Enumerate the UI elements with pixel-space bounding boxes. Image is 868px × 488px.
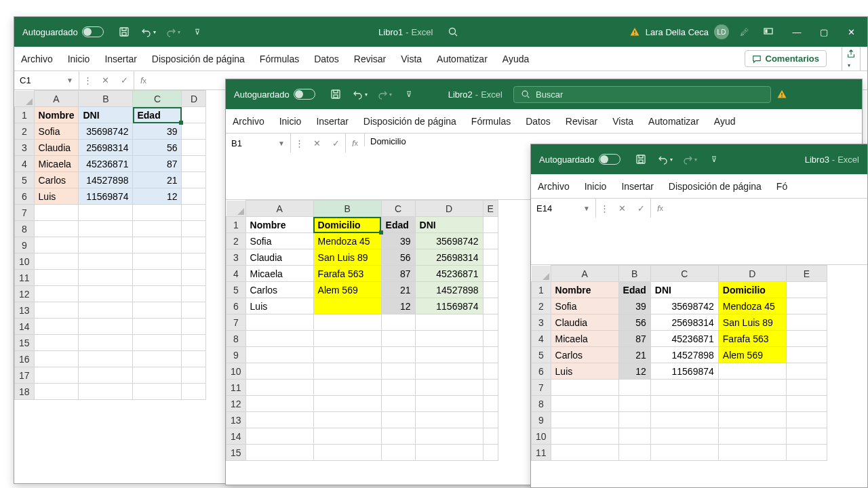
save-icon[interactable] [326,85,345,104]
cell[interactable] [79,302,133,319]
save-icon[interactable] [631,150,650,169]
cell[interactable]: San Luis 89 [313,249,381,266]
cell[interactable] [245,380,313,396]
undo-icon[interactable]: ▾ [656,150,675,169]
cell[interactable] [483,282,498,298]
cell[interactable] [133,335,182,351]
cell[interactable] [34,367,79,384]
row-header[interactable]: 4 [532,331,551,347]
cell[interactable] [133,286,182,302]
row-header[interactable]: 8 [226,331,246,347]
cell[interactable] [415,428,483,445]
row-header[interactable]: 3 [15,140,35,156]
cell[interactable]: 35698742 [650,298,718,314]
fx-cancel-button[interactable]: ✕ [96,71,115,89]
redo-icon[interactable]: ▾ [163,22,182,41]
cell[interactable] [381,396,415,412]
row-header[interactable]: 14 [226,428,246,445]
tab-ayuda[interactable]: Ayuda [502,54,529,64]
cell[interactable] [650,412,718,428]
row-header[interactable]: 13 [226,412,246,428]
cell[interactable]: Alem 569 [718,347,786,363]
row-header[interactable]: 5 [532,347,551,363]
tab-layout[interactable]: Disposición de página [363,116,456,127]
tab-archivo[interactable]: Archivo [233,116,264,127]
cell[interactable] [618,428,650,445]
search-input[interactable]: Buscar [513,86,771,103]
qat-menu-icon[interactable]: ⊽ [705,150,724,169]
tab-datos[interactable]: Datos [314,54,339,64]
tab-ayuda[interactable]: Ayud [714,116,736,127]
cell[interactable] [34,286,79,302]
spreadsheet-grid[interactable]: ABCD1NombreDNIEdad2Sofia35698742393Claud… [14,90,206,400]
cell[interactable]: Claudia [34,140,79,156]
cell[interactable]: 25698314 [415,249,483,266]
cell[interactable]: 35698742 [79,123,133,140]
cell[interactable] [245,396,313,412]
fx-ok-button[interactable]: ✓ [631,199,650,218]
cell[interactable]: Luis [551,363,618,380]
cell[interactable] [650,445,718,461]
fx-ok-button[interactable]: ✓ [115,71,134,89]
cell[interactable] [34,237,79,253]
row-header[interactable]: 10 [532,428,551,445]
col-header[interactable]: B [79,91,133,107]
cell[interactable] [551,380,618,396]
cell[interactable]: 56 [133,140,182,156]
cell[interactable] [34,335,79,351]
row-header[interactable]: 4 [226,266,246,282]
row-header[interactable]: 7 [532,380,551,396]
row-header[interactable]: 8 [532,396,551,412]
col-header[interactable]: A [34,91,79,107]
cell[interactable] [618,396,650,412]
cell[interactable] [650,428,718,445]
row-header[interactable]: 6 [226,298,246,314]
row-header[interactable]: 9 [15,237,35,253]
row-header[interactable]: 4 [15,156,35,172]
cell[interactable]: 21 [133,172,182,188]
cell[interactable] [133,205,182,221]
fx-ok-button[interactable]: ✓ [326,134,345,152]
cell[interactable] [182,384,206,400]
cell[interactable] [245,331,313,347]
col-header[interactable]: B [313,201,381,217]
cell[interactable] [313,331,381,347]
cell[interactable]: Sofia [245,233,313,249]
qat-menu-icon[interactable]: ⊽ [188,22,207,41]
cell[interactable] [415,363,483,380]
row-header[interactable]: 11 [226,380,246,396]
cell[interactable] [618,412,650,428]
cell[interactable] [786,428,827,445]
cell[interactable] [483,412,498,428]
cell[interactable] [551,396,618,412]
mode-icon[interactable] [759,22,778,41]
cell[interactable] [483,347,498,363]
cell[interactable] [182,335,206,351]
cell[interactable]: 12 [133,188,182,205]
cell[interactable] [182,123,206,140]
cell[interactable] [245,347,313,363]
cell[interactable]: Domicilio [718,282,786,298]
cell[interactable]: 21 [618,347,650,363]
cell[interactable] [34,253,79,270]
row-header[interactable]: 1 [532,282,551,298]
cell[interactable] [415,445,483,461]
cell[interactable] [34,384,79,400]
cell[interactable] [182,205,206,221]
cell[interactable] [133,237,182,253]
cell[interactable] [245,428,313,445]
cell[interactable] [381,314,415,331]
cell[interactable] [618,380,650,396]
cell[interactable] [381,347,415,363]
cell[interactable] [786,347,827,363]
cell[interactable] [245,412,313,428]
col-header[interactable]: C [381,201,415,217]
cell[interactable] [381,445,415,461]
cell[interactable] [415,314,483,331]
fx-cancel-button[interactable]: ✕ [307,134,326,152]
cell[interactable]: 45236871 [415,266,483,282]
cell[interactable] [182,107,206,123]
cell[interactable]: Luis [34,188,79,205]
name-box[interactable]: C1▼ [14,71,79,89]
cell[interactable]: 87 [618,331,650,347]
